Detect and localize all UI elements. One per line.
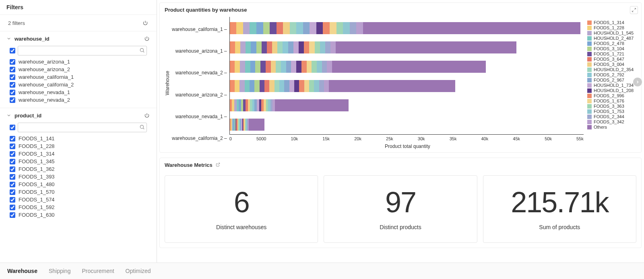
- facet-header[interactable]: product_id: [0, 108, 157, 123]
- legend-swatch: [587, 78, 592, 82]
- power-icon[interactable]: [142, 20, 149, 26]
- tab-procurement[interactable]: Procurement: [82, 268, 114, 274]
- legend-item[interactable]: FOODS_3_647: [587, 57, 636, 62]
- filter-label: warehouse_california_2: [19, 82, 74, 88]
- bar[interactable]: [230, 61, 486, 73]
- legend-label: FOODS_2_344: [594, 114, 624, 119]
- bar[interactable]: [230, 99, 349, 111]
- filter-item[interactable]: FOODS_1_574: [10, 196, 147, 203]
- search-icon: [139, 47, 145, 53]
- legend-item[interactable]: Others: [587, 125, 636, 129]
- filter-checkbox[interactable]: [10, 74, 15, 80]
- power-icon[interactable]: [144, 112, 150, 119]
- filter-checkbox[interactable]: [10, 59, 15, 65]
- select-all-checkbox[interactable]: [10, 125, 15, 130]
- bar[interactable]: [230, 41, 516, 53]
- filter-label: FOODS_1_314: [19, 151, 55, 157]
- tab-warehouse[interactable]: Warehouse: [7, 268, 37, 274]
- legend-label: FOODS_1_314: [594, 20, 624, 25]
- filter-item[interactable]: warehouse_arizona_2: [10, 66, 147, 73]
- legend-item[interactable]: HOUSHOLD_1_545: [587, 31, 636, 35]
- filter-item[interactable]: FOODS_1_314: [10, 150, 147, 158]
- filter-label: warehouse_california_1: [19, 74, 74, 80]
- expand-icon[interactable]: [630, 6, 638, 14]
- metric-value: 6: [169, 188, 314, 217]
- legend-item[interactable]: HOUSHOLD_2_354: [587, 67, 636, 72]
- bar[interactable]: [230, 22, 580, 34]
- filters-summary: 2 filters: [8, 20, 25, 26]
- filter-checkbox[interactable]: [10, 182, 15, 187]
- legend-item[interactable]: FOODS_3_104: [587, 46, 636, 51]
- metrics-title: Warehouse Metrics: [165, 162, 213, 168]
- facet-search-input[interactable]: [18, 46, 147, 55]
- filter-checkbox[interactable]: [10, 205, 15, 210]
- legend-item[interactable]: FOODS_1_721: [587, 51, 636, 56]
- facet-search-input[interactable]: [18, 123, 147, 132]
- filter-checkbox[interactable]: [10, 166, 15, 172]
- chevron-down-icon: [6, 113, 11, 118]
- external-link-icon[interactable]: [216, 162, 220, 168]
- filter-checkbox[interactable]: [10, 144, 15, 149]
- filter-checkbox[interactable]: [10, 67, 15, 72]
- filter-checkbox[interactable]: [10, 212, 15, 218]
- tab-shipping[interactable]: Shipping: [49, 268, 71, 274]
- legend-item[interactable]: HOUSHOLD_2_487: [587, 36, 636, 41]
- legend-item[interactable]: FOODS_2_344: [587, 114, 636, 119]
- filter-item[interactable]: FOODS_1_570: [10, 188, 147, 196]
- legend-item[interactable]: FOODS_2_967: [587, 78, 636, 82]
- filter-item[interactable]: FOODS_1_141: [10, 135, 147, 142]
- select-all-checkbox[interactable]: [10, 48, 15, 53]
- y-tick-label: warehouse_nevada_2 –: [172, 63, 229, 82]
- filter-item[interactable]: warehouse_nevada_2: [10, 96, 147, 104]
- legend-swatch: [587, 52, 592, 56]
- filter-item[interactable]: FOODS_1_393: [10, 173, 147, 181]
- legend-next-icon[interactable]: [633, 78, 642, 86]
- svg-line-5: [632, 10, 634, 12]
- filter-checkbox[interactable]: [10, 136, 15, 142]
- legend-item[interactable]: FOODS_3_342: [587, 119, 636, 124]
- filter-checkbox[interactable]: [10, 174, 15, 180]
- filter-label: warehouse_arizona_2: [19, 66, 70, 72]
- legend-label: FOODS_1_753: [594, 109, 624, 114]
- filter-item[interactable]: warehouse_california_1: [10, 73, 147, 81]
- legend-label: Others: [594, 125, 607, 129]
- legend-item[interactable]: FOODS_2_996: [587, 93, 636, 98]
- legend-item[interactable]: FOODS_1_228: [587, 25, 636, 30]
- filter-item[interactable]: warehouse_nevada_1: [10, 88, 147, 96]
- bar[interactable]: [230, 119, 264, 131]
- power-icon[interactable]: [144, 35, 150, 42]
- filter-item[interactable]: FOODS_1_630: [10, 211, 147, 219]
- legend-swatch: [587, 41, 592, 46]
- legend-item[interactable]: FOODS_1_676: [587, 98, 636, 103]
- filter-checkbox[interactable]: [10, 82, 15, 88]
- legend-item[interactable]: FOODS_3_004: [587, 62, 636, 67]
- legend-item[interactable]: HOUSHOLD_1_208: [587, 88, 636, 93]
- filter-item[interactable]: FOODS_1_480: [10, 181, 147, 188]
- filter-checkbox[interactable]: [10, 151, 15, 157]
- bar[interactable]: [230, 80, 456, 92]
- filter-checkbox[interactable]: [10, 90, 15, 95]
- filter-item[interactable]: warehouse_california_2: [10, 81, 147, 88]
- facet-header[interactable]: warehouse_id: [0, 31, 157, 46]
- filter-checkbox[interactable]: [10, 159, 15, 164]
- filter-item[interactable]: FOODS_1_228: [10, 142, 147, 150]
- metrics-panel: Warehouse Metrics 6Distinct warehouses97…: [159, 158, 642, 248]
- filter-label: FOODS_1_570: [19, 189, 55, 195]
- filter-item[interactable]: FOODS_1_362: [10, 165, 147, 173]
- legend-item[interactable]: FOODS_3_363: [587, 104, 636, 109]
- legend-item[interactable]: FOODS_2_478: [587, 41, 636, 46]
- legend-item[interactable]: FOODS_2_792: [587, 72, 636, 77]
- filter-item[interactable]: FOODS_1_345: [10, 158, 147, 165]
- legend-item[interactable]: FOODS_1_314: [587, 20, 636, 25]
- filter-item[interactable]: warehouse_arizona_1: [10, 58, 147, 66]
- filter-item[interactable]: FOODS_1_592: [10, 203, 147, 211]
- x-tick-label: 30k: [418, 136, 425, 141]
- filter-checkbox[interactable]: [10, 97, 15, 103]
- x-axis: 0500010k15k20k25k30k35k40k45k50k55k: [229, 136, 584, 141]
- legend-swatch: [587, 88, 592, 93]
- filter-checkbox[interactable]: [10, 197, 15, 203]
- legend-item[interactable]: FOODS_1_753: [587, 109, 636, 114]
- legend-item[interactable]: HOUSHOLD_1_734: [587, 83, 636, 88]
- tab-optimized[interactable]: Optimized: [126, 268, 151, 274]
- filter-checkbox[interactable]: [10, 189, 15, 195]
